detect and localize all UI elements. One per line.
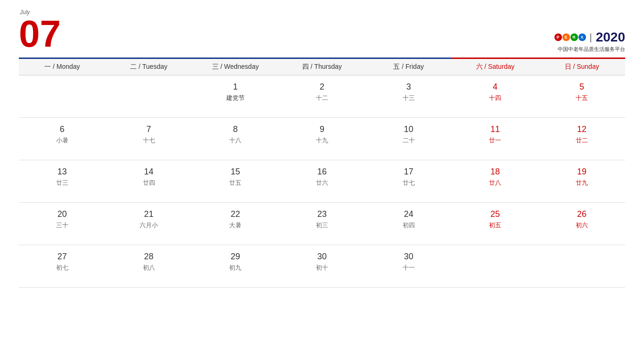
calendar-week-row: 20三十21六月小22大暑23初三24初四25初五26初六 <box>19 203 625 245</box>
day-lunar: 小暑 <box>24 136 101 145</box>
brand-divider: | <box>590 32 592 43</box>
day-number: 11 <box>457 124 534 134</box>
day-number: 8 <box>197 124 274 134</box>
calendar-cell: 17廿七 <box>365 160 452 203</box>
calendar-cell <box>106 75 192 118</box>
day-number: 20 <box>24 209 101 219</box>
day-number: 15 <box>197 167 274 177</box>
day-lunar: 廿三 <box>24 179 101 187</box>
calendar-cell: 4十四 <box>452 75 539 118</box>
calendar-cell <box>19 75 106 118</box>
day-number: 23 <box>283 209 361 219</box>
day-number: 26 <box>543 209 620 219</box>
day-lunar: 十四 <box>457 94 534 102</box>
calendar-cell: 11廿一 <box>452 118 539 160</box>
calendar-week-row: 13廿三14廿四15廿五16廿六17廿七18廿八19廿九 <box>19 160 625 203</box>
day-number: 24 <box>370 209 447 219</box>
day-lunar: 廿四 <box>110 179 188 187</box>
weekday-thursday: 四 / Thursday <box>279 58 365 75</box>
day-lunar: 大暑 <box>197 221 274 230</box>
day-lunar: 初九 <box>197 264 274 272</box>
brand-subtitle: 中国中老年品质生活服务平台 <box>558 46 625 53</box>
day-lunar: 建党节 <box>197 94 274 102</box>
day-lunar: 十九 <box>283 136 361 145</box>
day-number: 13 <box>24 167 101 177</box>
day-lunar: 十八 <box>197 136 274 145</box>
calendar-cell: 5十五 <box>538 75 625 118</box>
day-number: 10 <box>370 124 447 134</box>
day-lunar: 初三 <box>283 221 361 230</box>
day-number: 14 <box>110 167 188 177</box>
day-lunar: 初四 <box>370 221 447 230</box>
day-lunar: 初五 <box>457 221 534 230</box>
weekday-tuesday: 二 / Tuesday <box>106 58 192 75</box>
calendar-cell: 21六月小 <box>106 203 192 245</box>
weekday-sunday: 日 / Sunday <box>538 58 625 75</box>
calendar-cell: 14廿四 <box>106 160 192 203</box>
day-lunar: 初八 <box>110 264 188 272</box>
day-lunar: 廿五 <box>197 179 274 187</box>
logo-x-icon: X <box>578 33 586 41</box>
day-lunar: 十一 <box>370 264 447 272</box>
day-number: 28 <box>110 252 188 262</box>
day-number: 19 <box>543 167 620 177</box>
day-lunar: 廿一 <box>457 136 534 145</box>
calendar-cell: 24初四 <box>365 203 452 245</box>
calendar-cell: 18廿八 <box>452 160 539 203</box>
day-number: 5 <box>543 82 620 92</box>
weekday-friday: 五 / Friday <box>365 58 452 75</box>
calendar-cell: 20三十 <box>19 203 106 245</box>
calendar-table: 一 / Monday 二 / Tuesday 三 / Wednesday 四 /… <box>19 58 625 288</box>
day-number: 29 <box>197 252 274 262</box>
day-lunar: 二十 <box>370 136 447 145</box>
weekday-wednesday: 三 / Wednesday <box>192 58 279 75</box>
month-number: 07 <box>19 15 61 53</box>
calendar-cell: 16廿六 <box>279 160 365 203</box>
day-lunar: 初十 <box>283 264 361 272</box>
day-number: 2 <box>283 82 361 92</box>
day-lunar: 初七 <box>24 264 101 272</box>
day-number: 3 <box>370 82 447 92</box>
logo-e-icon: E <box>562 33 570 41</box>
calendar-cell <box>452 245 539 288</box>
day-number: 30 <box>283 252 361 262</box>
weekday-monday: 一 / Monday <box>19 58 106 75</box>
day-lunar: 六月小 <box>110 221 188 230</box>
day-number: 21 <box>110 209 188 219</box>
calendar-cell: 1建党节 <box>192 75 279 118</box>
day-lunar: 廿九 <box>543 179 620 187</box>
brand-section: P E R X | 2020 中国中老年品质生活服务平台 <box>554 30 626 53</box>
day-number: 16 <box>283 167 361 177</box>
day-lunar: 十二 <box>283 94 361 102</box>
calendar-cell: 12廿二 <box>538 118 625 160</box>
day-number: 6 <box>24 124 101 134</box>
day-number: 9 <box>283 124 361 134</box>
day-lunar: 廿八 <box>457 179 534 187</box>
calendar-cell: 19廿九 <box>538 160 625 203</box>
day-number: 27 <box>24 252 101 262</box>
logo-p-icon: P <box>554 33 562 41</box>
calendar-cell: 10二十 <box>365 118 452 160</box>
day-number: 1 <box>197 82 274 92</box>
day-number: 17 <box>370 167 447 177</box>
header: July 07 P E R X | 2020 中国中老年品质生活服务平台 <box>19 9 625 53</box>
day-lunar: 十五 <box>543 94 620 102</box>
calendar-cell: 30十一 <box>365 245 452 288</box>
day-lunar: 十三 <box>370 94 447 102</box>
calendar-cell: 26初六 <box>538 203 625 245</box>
month-display: July 07 <box>19 9 61 53</box>
day-lunar: 廿二 <box>543 136 620 145</box>
brand-top: P E R X | 2020 <box>554 30 626 45</box>
day-number: 12 <box>543 124 620 134</box>
calendar-cell: 15廿五 <box>192 160 279 203</box>
calendar-week-row: 27初七28初八29初九30初十30十一 <box>19 245 625 288</box>
day-number: 18 <box>457 167 534 177</box>
calendar-cell: 9十九 <box>279 118 365 160</box>
calendar-cell: 3十三 <box>365 75 452 118</box>
day-number: 25 <box>457 209 534 219</box>
brand-logo: P E R X <box>554 33 586 41</box>
calendar-cell <box>538 245 625 288</box>
calendar-cell: 30初十 <box>279 245 365 288</box>
day-number: 4 <box>457 82 534 92</box>
calendar-cell: 28初八 <box>106 245 192 288</box>
